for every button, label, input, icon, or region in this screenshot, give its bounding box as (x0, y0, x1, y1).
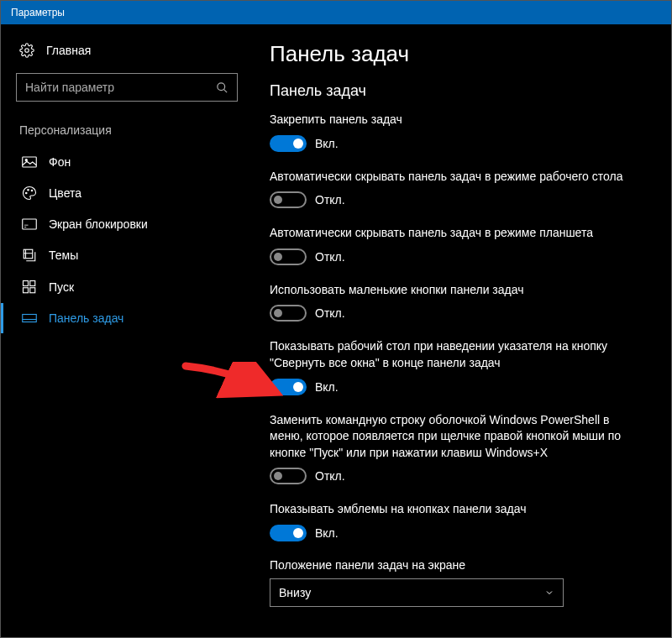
main-container: Главная Персонализация Фон Цвета Э (1, 24, 671, 637)
toggle-small-buttons[interactable] (270, 305, 307, 322)
lockscreen-icon (22, 218, 37, 230)
svg-rect-12 (24, 281, 29, 286)
toggle-state-text: Откл. (315, 193, 345, 207)
toggle-peek-desktop[interactable] (270, 379, 307, 395)
toggle-powershell[interactable] (270, 468, 307, 484)
svg-rect-15 (30, 288, 35, 293)
picture-icon (22, 156, 37, 168)
sidebar-item-label: Экран блокировки (49, 217, 148, 231)
select-label: Положение панели задач на экране (270, 558, 646, 572)
sidebar: Главная Персонализация Фон Цвета Э (1, 24, 253, 637)
setting-autohide-desktop: Автоматически скрывать панель задач в ре… (270, 169, 646, 209)
page-subheading: Панель задач (270, 82, 646, 100)
toggle-autohide-desktop[interactable] (270, 191, 307, 208)
select-value: Внизу (279, 586, 311, 599)
toggle-state-text: Откл. (315, 250, 345, 264)
setting-small-buttons: Использовать маленькие кнопки панели зад… (270, 282, 646, 322)
palette-icon (22, 186, 37, 201)
toggle-state-text: Вкл. (315, 526, 339, 540)
toggle-state-text: Вкл. (315, 137, 339, 150)
search-input[interactable] (25, 81, 209, 94)
setting-label: Использовать маленькие кнопки панели зад… (270, 282, 631, 299)
svg-point-0 (25, 49, 29, 53)
setting-badges: Показывать эмблемы на кнопках панели зад… (270, 501, 646, 541)
svg-rect-9 (24, 225, 29, 226)
search-box[interactable] (16, 73, 238, 102)
chevron-down-icon (544, 588, 554, 598)
setting-label: Показывать эмблемы на кнопках панели зад… (270, 501, 631, 518)
toggle-state-text: Откл. (315, 469, 345, 483)
position-select[interactable]: Внизу (270, 578, 564, 607)
svg-rect-10 (24, 227, 26, 227)
setting-label: Заменить командную строку оболочкой Wind… (270, 412, 631, 462)
nav-home-label: Главная (46, 44, 91, 57)
taskbar-icon (22, 313, 37, 323)
sidebar-item-label: Панель задач (49, 311, 123, 325)
svg-rect-14 (24, 288, 29, 293)
sidebar-item-start[interactable]: Пуск (1, 271, 253, 303)
content-area: Панель задач Панель задач Закрепить пане… (253, 24, 671, 637)
setting-autohide-tablet: Автоматически скрывать панель задач в ре… (270, 225, 646, 265)
svg-point-6 (28, 190, 29, 191)
svg-point-4 (25, 160, 27, 161)
setting-lock-taskbar: Закрепить панель задач Вкл. (270, 112, 646, 152)
svg-rect-3 (23, 157, 37, 167)
svg-line-2 (223, 89, 227, 92)
svg-rect-16 (23, 315, 37, 322)
sidebar-item-lockscreen[interactable]: Экран блокировки (1, 209, 253, 239)
svg-rect-11 (24, 249, 33, 259)
page-heading: Панель задач (270, 41, 646, 67)
svg-point-5 (26, 192, 28, 194)
setting-label: Автоматически скрывать панель задач в ре… (270, 169, 631, 186)
sidebar-item-label: Темы (49, 248, 78, 262)
setting-label: Автоматически скрывать панель задач в ре… (270, 225, 631, 242)
search-icon (216, 81, 228, 94)
gear-icon (19, 43, 34, 58)
svg-rect-8 (23, 219, 37, 229)
setting-peek-desktop: Показывать рабочий стол при наведении ук… (270, 338, 646, 395)
sidebar-section-label: Персонализация (1, 118, 253, 142)
start-icon (22, 280, 37, 295)
toggle-state-text: Вкл. (315, 380, 339, 394)
setting-label: Показывать рабочий стол при наведении ук… (270, 338, 631, 371)
sidebar-item-taskbar[interactable]: Панель задач (1, 303, 253, 333)
toggle-lock-taskbar[interactable] (270, 135, 307, 152)
setting-position: Положение панели задач на экране Внизу (270, 558, 646, 607)
nav-home[interactable]: Главная (1, 36, 253, 65)
sidebar-item-themes[interactable]: Темы (1, 239, 253, 271)
svg-point-7 (31, 190, 33, 191)
window-titlebar: Параметры (1, 1, 671, 24)
svg-point-1 (218, 82, 225, 90)
setting-label: Закрепить панель задач (270, 112, 631, 128)
sidebar-item-label: Фон (49, 155, 71, 169)
sidebar-item-colors[interactable]: Цвета (1, 177, 253, 209)
setting-powershell: Заменить командную строку оболочкой Wind… (270, 412, 646, 485)
window-title: Параметры (11, 7, 65, 18)
toggle-state-text: Откл. (315, 306, 345, 320)
svg-rect-13 (30, 281, 35, 286)
toggle-autohide-tablet[interactable] (270, 248, 307, 265)
sidebar-item-label: Пуск (49, 280, 74, 294)
sidebar-item-label: Цвета (49, 186, 81, 200)
toggle-badges[interactable] (270, 525, 307, 541)
sidebar-item-background[interactable]: Фон (1, 147, 253, 177)
themes-icon (22, 248, 37, 263)
